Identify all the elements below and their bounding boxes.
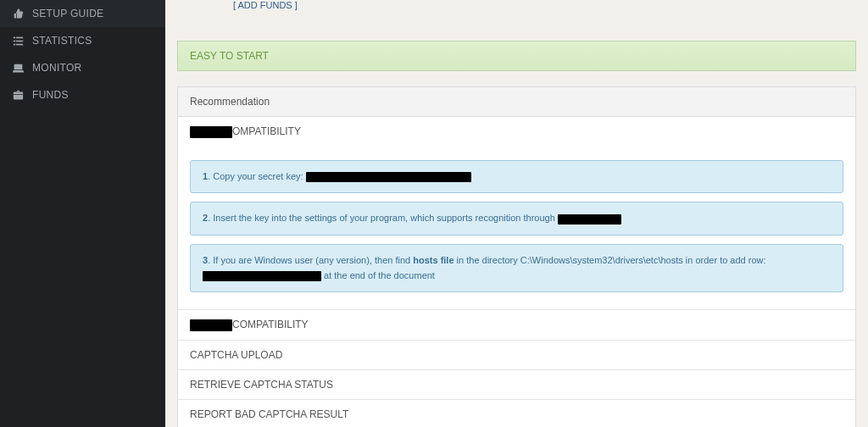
laptop-icon bbox=[12, 63, 24, 74]
redacted-text bbox=[190, 126, 232, 138]
accordion-header[interactable]: OMPATIBILITY bbox=[178, 117, 855, 147]
accordion-item-compatibility-2: COMPATIBILITY bbox=[178, 310, 855, 341]
accordion-title: CAPTCHA UPLOAD bbox=[190, 349, 282, 361]
panel-header: Recommendation bbox=[178, 87, 855, 117]
sidebar-item-setup-guide[interactable]: SETUP GUIDE bbox=[0, 0, 165, 27]
redacted-service-name bbox=[558, 214, 621, 225]
accordion-item-retrieve-status: RETRIEVE CAPTCHA STATUS bbox=[178, 370, 855, 400]
accordion-title: REPORT BAD CAPTCHA RESULT bbox=[190, 408, 348, 420]
sidebar-item-funds[interactable]: FUNDS bbox=[0, 81, 165, 108]
easy-to-start-banner: EASY TO START bbox=[177, 41, 856, 71]
accordion-body: 1. Copy your secret key: 2. Insert the k… bbox=[178, 147, 855, 309]
tip-1: 1. Copy your secret key: bbox=[190, 160, 843, 194]
sidebar: SETUP GUIDE STATISTICS MONITOR FUNDS bbox=[0, 0, 165, 427]
thumbs-up-icon bbox=[12, 8, 24, 19]
redacted-text bbox=[190, 319, 232, 331]
tip-3: 3. If you are Windows user (any version)… bbox=[190, 244, 843, 292]
tip-text: in the directory C:\Windows\system32\dri… bbox=[454, 255, 766, 265]
add-funds-link[interactable]: [ ADD FUNDS ] bbox=[233, 0, 298, 10]
redacted-host-row bbox=[203, 271, 321, 281]
accordion-header[interactable]: REPORT BAD CAPTCHA RESULT bbox=[178, 400, 855, 427]
banner-text: EASY TO START bbox=[190, 50, 269, 62]
briefcase-icon bbox=[12, 90, 24, 101]
svg-rect-3 bbox=[16, 40, 23, 42]
accordion-item-compatibility-1: OMPATIBILITY 1. Copy your secret key: 2.… bbox=[178, 117, 855, 310]
svg-rect-1 bbox=[16, 36, 23, 38]
tip-text: . Copy your secret key: bbox=[208, 171, 306, 181]
svg-rect-2 bbox=[13, 40, 14, 42]
accordion-header[interactable]: COMPATIBILITY bbox=[178, 310, 855, 340]
accordion-item-captcha-upload: CAPTCHA UPLOAD bbox=[178, 341, 855, 370]
svg-rect-4 bbox=[13, 43, 14, 45]
accordion-item-report-bad: REPORT BAD CAPTCHA RESULT bbox=[178, 400, 855, 427]
accordion-title: OMPATIBILITY bbox=[232, 125, 301, 137]
topbar: [ ADD FUNDS ] bbox=[177, 0, 856, 24]
svg-rect-5 bbox=[16, 43, 23, 45]
accordion-title: RETRIEVE CAPTCHA STATUS bbox=[190, 379, 333, 391]
sidebar-item-label: FUNDS bbox=[32, 89, 69, 101]
sidebar-item-label: STATISTICS bbox=[32, 35, 92, 47]
accordion-header[interactable]: RETRIEVE CAPTCHA STATUS bbox=[178, 370, 855, 399]
sidebar-item-monitor[interactable]: MONITOR bbox=[0, 54, 165, 81]
tip-text: . If you are Windows user (any version),… bbox=[208, 255, 413, 265]
sidebar-item-label: SETUP GUIDE bbox=[32, 8, 103, 19]
sidebar-item-label: MONITOR bbox=[32, 62, 82, 74]
svg-rect-0 bbox=[13, 36, 14, 38]
accordion-title: COMPATIBILITY bbox=[232, 319, 309, 330]
recommendation-panel: Recommendation OMPATIBILITY 1. Copy your… bbox=[177, 86, 856, 427]
tip-text: at the end of the document bbox=[321, 270, 435, 280]
sidebar-item-statistics[interactable]: STATISTICS bbox=[0, 27, 165, 54]
tip-bold: hosts file bbox=[413, 255, 453, 265]
accordion-header[interactable]: CAPTCHA UPLOAD bbox=[178, 341, 855, 369]
tip-text: . Insert the key into the settings of yo… bbox=[208, 213, 558, 223]
redacted-secret-key bbox=[306, 172, 471, 182]
tip-2: 2. Insert the key into the settings of y… bbox=[190, 202, 843, 236]
main-content: [ ADD FUNDS ] EASY TO START Recommendati… bbox=[165, 0, 868, 427]
list-icon bbox=[12, 36, 24, 47]
